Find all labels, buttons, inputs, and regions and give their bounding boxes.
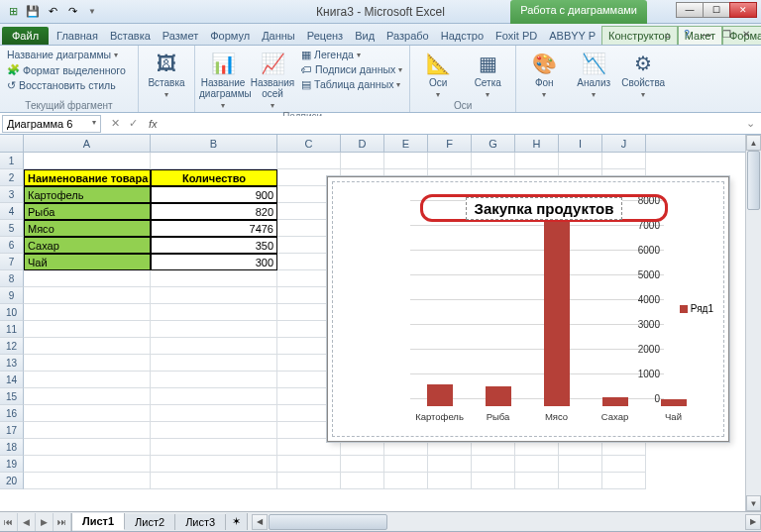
cell[interactable] <box>24 355 151 372</box>
cell[interactable] <box>341 153 384 169</box>
scroll-thumb[interactable] <box>747 151 760 210</box>
row-header[interactable]: 2 <box>0 169 24 186</box>
tab-review[interactable]: Реценз <box>301 27 349 45</box>
cell[interactable] <box>472 456 515 473</box>
row-header[interactable]: 1 <box>0 153 24 169</box>
hscroll-thumb[interactable] <box>269 514 387 530</box>
background-button[interactable]: 🎨Фон▾ <box>520 48 568 110</box>
doc-minimize-icon[interactable]: — <box>700 27 713 41</box>
cell[interactable] <box>559 473 602 489</box>
cell[interactable] <box>384 473 428 489</box>
cell[interactable] <box>428 473 472 489</box>
ribbon-minimize-icon[interactable]: ▵ <box>660 27 674 41</box>
cell[interactable] <box>472 153 515 169</box>
col-header-d[interactable]: D <box>341 135 384 152</box>
cell[interactable] <box>24 321 151 338</box>
row-header[interactable]: 3 <box>0 186 24 203</box>
redo-icon[interactable]: ↷ <box>63 3 81 21</box>
chart-bar[interactable] <box>661 399 687 407</box>
cell[interactable] <box>277 473 341 489</box>
cell[interactable] <box>24 456 151 473</box>
row-header[interactable]: 10 <box>0 304 24 321</box>
cell[interactable]: 350 <box>151 237 277 254</box>
tab-foxit[interactable]: Foxit PD <box>489 27 543 45</box>
tab-layout[interactable]: Размет <box>157 27 204 45</box>
chart-element-dropdown[interactable]: Название диаграммы▾ <box>4 48 134 61</box>
save-icon[interactable]: 💾 <box>24 3 42 21</box>
cell[interactable] <box>24 388 151 405</box>
col-header-e[interactable]: E <box>384 135 428 152</box>
col-header-g[interactable]: G <box>472 135 515 152</box>
file-tab[interactable]: Файл <box>2 27 49 45</box>
cell[interactable] <box>151 270 277 287</box>
row-header[interactable]: 4 <box>0 203 24 220</box>
cell[interactable] <box>151 439 277 456</box>
sheet-tab-2[interactable]: Лист2 <box>125 514 175 530</box>
chart-object[interactable]: Ряд1 010002000300040005000600070008000Ка… <box>327 176 729 442</box>
help-icon[interactable]: ? <box>680 27 694 41</box>
cell[interactable] <box>24 405 151 422</box>
tab-abbyy[interactable]: ABBYY P <box>543 27 601 45</box>
row-header[interactable]: 13 <box>0 355 24 372</box>
reset-style-button[interactable]: ↺Восстановить стиль <box>4 78 134 92</box>
cell[interactable] <box>151 153 277 169</box>
chart-title[interactable]: Закупка продуктов <box>466 197 623 220</box>
cell[interactable]: Наименование товара <box>24 169 151 186</box>
cell[interactable] <box>24 270 151 287</box>
tab-insert[interactable]: Вставка <box>104 27 157 45</box>
close-button[interactable]: ✕ <box>729 2 757 18</box>
cell[interactable] <box>151 372 277 388</box>
chart-bar[interactable] <box>544 221 570 406</box>
chart-title-button[interactable]: 📊Название диаграммы▾ <box>199 48 247 110</box>
col-header-b[interactable]: B <box>151 135 277 152</box>
tab-addins[interactable]: Надстро <box>435 27 489 45</box>
name-box[interactable]: Диаграмма 6▾ <box>2 115 101 133</box>
cell[interactable] <box>151 388 277 405</box>
chart-bar[interactable] <box>486 386 511 407</box>
cell[interactable]: Сахар <box>24 237 151 254</box>
cell[interactable] <box>151 456 277 473</box>
cell[interactable] <box>151 355 277 372</box>
sheet-tab-1[interactable]: Лист1 <box>72 513 125 530</box>
tab-view[interactable]: Вид <box>349 27 380 45</box>
col-header-f[interactable]: F <box>428 135 472 152</box>
cell[interactable] <box>151 321 277 338</box>
chart-bar[interactable] <box>602 397 628 406</box>
cell[interactable] <box>602 473 646 489</box>
enter-icon[interactable]: ✓ <box>125 117 141 130</box>
axes-button[interactable]: 📐Оси▾ <box>414 48 462 99</box>
cell[interactable] <box>384 153 428 169</box>
cell[interactable] <box>428 456 472 473</box>
scroll-right-icon[interactable]: ▶ <box>745 514 761 530</box>
chart-plot-area[interactable]: Ряд1 010002000300040005000600070008000Ка… <box>373 200 664 406</box>
row-header[interactable]: 11 <box>0 321 24 338</box>
tab-data[interactable]: Данны <box>256 27 301 45</box>
row-header[interactable]: 18 <box>0 439 24 456</box>
row-header[interactable]: 7 <box>0 254 24 270</box>
cell[interactable] <box>151 422 277 439</box>
formula-input[interactable] <box>162 116 740 132</box>
select-all-button[interactable] <box>0 135 24 152</box>
cell[interactable] <box>24 473 151 489</box>
cell[interactable] <box>341 473 384 489</box>
cell[interactable] <box>151 473 277 489</box>
col-header-h[interactable]: H <box>515 135 559 152</box>
last-sheet-icon[interactable]: ⏭ <box>54 513 71 531</box>
minimize-button[interactable]: — <box>676 2 704 18</box>
cell[interactable] <box>277 456 341 473</box>
cell[interactable] <box>24 153 151 169</box>
axis-titles-button[interactable]: 📈Названия осей▾ <box>249 48 296 110</box>
cell[interactable] <box>602 456 646 473</box>
cell[interactable]: Рыба <box>24 203 151 220</box>
row-header[interactable]: 17 <box>0 422 24 439</box>
chart-legend[interactable]: Ряд1 <box>680 303 713 314</box>
cell[interactable] <box>24 287 151 304</box>
cell[interactable]: 820 <box>151 203 277 220</box>
prev-sheet-icon[interactable]: ◀ <box>18 513 36 531</box>
cell[interactable] <box>151 405 277 422</box>
row-header[interactable]: 5 <box>0 220 24 237</box>
cell[interactable] <box>515 473 559 489</box>
excel-icon[interactable]: ⊞ <box>4 3 22 21</box>
cell[interactable] <box>24 422 151 439</box>
cell[interactable] <box>24 439 151 456</box>
